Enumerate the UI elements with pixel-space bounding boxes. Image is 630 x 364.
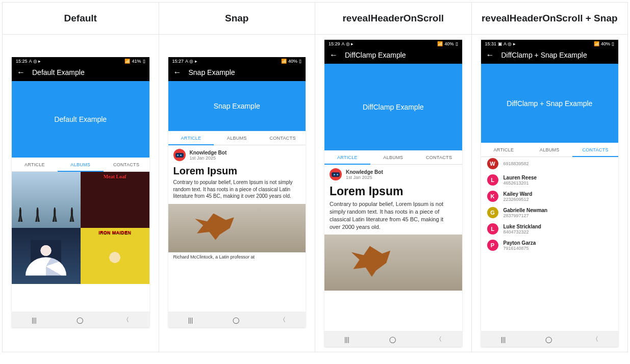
contact-row[interactable]: LLauren Reese4652613201 <box>481 172 619 188</box>
album-cover[interactable] <box>12 172 81 228</box>
article-title: Lorem Ipsum <box>324 183 462 199</box>
contacts-list[interactable]: W6918839582LLauren Reese4652613201KKaile… <box>481 157 619 331</box>
status-bar: 15:31 ▣ A ◎ ▸ 📶 40% ▯ <box>481 40 619 47</box>
wifi-icon: 📶 <box>124 59 130 64</box>
status-icons-left: A ◎ ▸ <box>185 59 197 64</box>
tab-article[interactable]: ARTICLE <box>168 131 214 145</box>
contact-avatar-icon: K <box>487 191 498 202</box>
tab-albums[interactable]: ALBUMS <box>214 131 260 145</box>
article-title: Lorem Ipsum <box>168 163 306 178</box>
article-content[interactable]: Knowledge Bot 1st Jan 2025 Lorem Ipsum C… <box>324 165 462 331</box>
album-label: IRON MAIDEN <box>81 230 149 235</box>
article-content[interactable]: Knowledge Bot 1st Jan 2025 Lorem Ipsum C… <box>168 145 306 311</box>
nav-home-icon[interactable]: ◯ <box>545 336 552 343</box>
app-bar: ← Snap Example <box>168 65 306 81</box>
tab-article[interactable]: ARTICLE <box>12 158 58 171</box>
wifi-icon: 📶 <box>594 41 599 46</box>
tab-albums[interactable]: ALBUMS <box>58 158 104 171</box>
status-time: 15:29 <box>329 41 340 46</box>
contact-row[interactable]: LLuke Strickland8404732322 <box>481 221 619 237</box>
nav-home-icon[interactable]: ◯ <box>77 317 83 324</box>
nav-recent-icon[interactable]: ||| <box>344 336 349 343</box>
phone-reveal: 15:29 A ◎ ▸ 📶 40% ▯ ← DiffClamp Example <box>324 40 462 347</box>
app-bar-title: DiffClamp Example <box>345 51 406 59</box>
back-arrow-icon[interactable]: ← <box>17 68 25 76</box>
contact-row[interactable]: PPayton Garza7916140875 <box>481 237 619 253</box>
article-body: Contrary to popular belief, Lorem Ipsum … <box>168 178 306 203</box>
back-arrow-icon[interactable]: ← <box>330 51 338 59</box>
album-cover[interactable]: IRON MAIDEN <box>81 228 149 284</box>
contact-name: Lauren Reese <box>503 175 537 180</box>
nav-back-icon[interactable]: 〈 <box>436 335 442 344</box>
status-battery: 40% <box>601 41 610 46</box>
nav-back-icon[interactable]: 〈 <box>123 316 129 324</box>
author-avatar-icon <box>330 168 342 180</box>
nav-recent-icon[interactable]: ||| <box>188 317 193 324</box>
nav-home-icon[interactable]: ◯ <box>389 336 396 343</box>
system-nav-bar: ||| ◯ 〈 <box>324 331 462 347</box>
contact-row[interactable]: W6918839582 <box>481 157 619 172</box>
tab-bar: ARTICLE ALBUMS CONTACTS <box>12 158 149 172</box>
cell-reveal: 15:29 A ◎ ▸ 📶 40% ▯ ← DiffClamp Example <box>315 35 472 352</box>
nav-back-icon[interactable]: 〈 <box>280 316 286 324</box>
album-label: Meat Loaf <box>81 174 149 179</box>
album-cover[interactable]: Meat Loaf <box>81 172 149 228</box>
tab-bar: ARTICLE ALBUMS CONTACTS <box>481 143 619 157</box>
contact-phone: 2232609512 <box>503 197 533 202</box>
article-caption: Richard McClintock, a Latin professor at <box>168 252 306 259</box>
app-bar: ← DiffClamp + Snap Example <box>481 47 619 64</box>
comparison-table: Default Snap revealHeaderOnScroll reveal… <box>2 2 628 352</box>
contact-name: Luke Strickland <box>503 224 541 229</box>
nav-back-icon[interactable]: 〈 <box>592 335 598 344</box>
battery-icon: ▯ <box>299 59 301 64</box>
tab-article[interactable]: ARTICLE <box>481 143 527 157</box>
app-bar-title: Snap Example <box>189 68 235 76</box>
nav-recent-icon[interactable]: ||| <box>32 317 36 324</box>
collapsible-header: Snap Example <box>168 81 306 131</box>
status-icons-left: A ◎ ▸ <box>342 41 354 46</box>
app-bar-title: DiffClamp + Snap Example <box>501 51 587 59</box>
contact-phone: 4652613201 <box>503 180 537 186</box>
status-time: 15:25 <box>16 59 28 64</box>
author-name: Knowledge Bot <box>346 169 383 175</box>
contact-phone: 2837997127 <box>503 213 548 218</box>
tab-albums[interactable]: ALBUMS <box>370 150 416 164</box>
author-name: Knowledge Bot <box>190 150 227 155</box>
albums-grid[interactable]: Meat Loaf IRON MAIDEN <box>12 172 149 311</box>
tab-albums[interactable]: ALBUMS <box>526 143 572 157</box>
contact-avatar-icon: L <box>487 174 498 186</box>
battery-icon: ▯ <box>612 41 614 46</box>
contact-avatar-icon: P <box>487 240 498 251</box>
phone-snap: 15:27 A ◎ ▸ 📶 40% ▯ ← Snap Example <box>168 57 306 327</box>
app-bar-title: Default Example <box>32 68 85 76</box>
tab-contacts[interactable]: CONTACTS <box>572 143 618 157</box>
collapsible-header: DiffClamp Example <box>324 64 462 150</box>
contact-row[interactable]: GGabrielle Newman2837997127 <box>481 204 619 221</box>
contact-avatar-icon: L <box>487 223 498 235</box>
status-bar: 15:29 A ◎ ▸ 📶 40% ▯ <box>324 40 462 47</box>
album-cover[interactable] <box>12 228 81 284</box>
app-bar: ← Default Example <box>12 65 149 81</box>
article-image <box>324 235 462 291</box>
nav-recent-icon[interactable]: ||| <box>501 336 506 343</box>
tab-contacts[interactable]: CONTACTS <box>260 131 306 145</box>
contact-avatar-icon: W <box>487 158 498 169</box>
status-battery: 40% <box>444 41 453 46</box>
header-title: Snap Example <box>214 102 260 110</box>
back-arrow-icon[interactable]: ← <box>486 51 494 59</box>
status-icons-left: ▣ A ◎ ▸ <box>498 41 516 46</box>
tab-contacts[interactable]: CONTACTS <box>104 158 149 171</box>
tab-article[interactable]: ARTICLE <box>324 150 370 164</box>
contact-row[interactable]: KKailey Ward2232609512 <box>481 188 619 204</box>
publish-date: 1st Jan 2025 <box>190 155 227 161</box>
author-row: Knowledge Bot 1st Jan 2025 <box>324 165 462 183</box>
tab-contacts[interactable]: CONTACTS <box>416 150 462 164</box>
column-header-reveal: revealHeaderOnScroll <box>315 3 472 35</box>
nav-home-icon[interactable]: ◯ <box>233 317 239 324</box>
status-battery: 41% <box>132 59 141 64</box>
cell-reveal-snap: 15:31 ▣ A ◎ ▸ 📶 40% ▯ ← DiffClamp + Snap… <box>471 35 628 352</box>
contact-phone: 8404732322 <box>503 229 541 235</box>
contact-name: Payton Garza <box>503 240 536 246</box>
phone-default: 15:25 A ◎ ▸ 📶 41% ▯ ← Default Example <box>12 57 149 327</box>
back-arrow-icon[interactable]: ← <box>173 68 182 76</box>
